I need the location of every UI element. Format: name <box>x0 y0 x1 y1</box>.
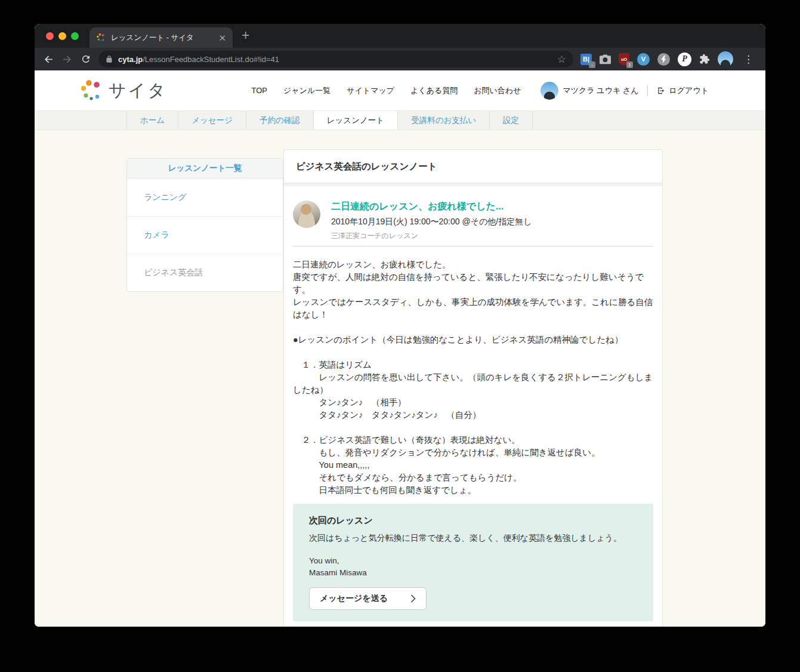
extension-b-badge: - <box>589 61 595 68</box>
forward-button[interactable] <box>58 50 76 69</box>
url-path: /LessonFeedbackStudentList.do#!id=41 <box>143 55 279 64</box>
signoff-line-2: Masami Misawa <box>309 567 637 579</box>
next-lesson-heading: 次回のレッスン <box>309 515 637 526</box>
lightning-extension-icon[interactable] <box>657 53 670 66</box>
refresh-button[interactable] <box>76 50 95 69</box>
tab-settings[interactable]: 設定 <box>490 111 533 130</box>
lesson-note-sidebar: レッスンノート一覧 ランニング カメラ ビジネス英会話 <box>126 158 283 292</box>
lesson-coach: 三澤正実コーチのレッスン <box>331 231 532 241</box>
site-tab-nav: ホーム メッセージ 予約の確認 レッスンノート 受講料のお支払い 設定 <box>35 110 765 130</box>
lesson-note-body: 二日連続のレッスン、お疲れ様でした。 唐突ですが、人間は絶対の自信を持っていると… <box>284 246 662 497</box>
lesson-title-link[interactable]: 二日連続のレッスン、お疲れ様でした... <box>331 201 532 213</box>
nav-contact[interactable]: お問い合わせ <box>474 85 521 96</box>
browser-menu-icon[interactable]: ⋮ <box>741 53 756 66</box>
cyta-logo-text: サイタ <box>109 79 167 103</box>
back-button[interactable] <box>39 50 58 69</box>
next-lesson-text: 次回はちょっと気分転換に日常で使える、楽しく、便利な英語を勉強しましょう。 <box>309 532 637 544</box>
tab-messages[interactable]: メッセージ <box>178 111 246 130</box>
user-avatar <box>540 82 558 100</box>
next-lesson-box: 次回のレッスン 次回はちょっと気分転換に日常で使える、楽しく、便利な英語を勉強し… <box>293 504 653 621</box>
close-window-button[interactable] <box>46 32 54 40</box>
v-extension-icon[interactable]: V <box>637 53 650 66</box>
site-header: サイタ TOP ジャンル一覧 サイトマップ よくある質問 お問い合わせ マツクラ… <box>35 70 765 110</box>
extensions-puzzle-icon[interactable] <box>699 54 710 64</box>
header-divider <box>647 85 648 96</box>
tab-home[interactable]: ホーム <box>126 111 178 130</box>
maximize-window-button[interactable] <box>71 32 79 40</box>
signoff-line-1: You win, <box>309 555 637 567</box>
ublock-extension-icon[interactable]: uO 1 <box>619 53 629 65</box>
browser-profile-avatar[interactable] <box>718 51 733 67</box>
tab-close-icon[interactable]: ✕ <box>218 33 226 42</box>
site-top-nav: TOP ジャンル一覧 サイトマップ よくある質問 お問い合わせ <box>252 85 521 96</box>
window-controls <box>46 32 79 40</box>
cyta-logo-dots-icon <box>79 79 103 103</box>
lesson-entry-info: 二日連続のレッスン、お疲れ様でした... 2010年10月19日(火) 19:0… <box>331 201 532 241</box>
browser-toolbar: cyta.jp/LessonFeedbackStudentList.do#!id… <box>35 48 765 70</box>
user-name: マツクラ ユウキ さん <box>563 85 639 96</box>
sidebar-item-running[interactable]: ランニング <box>127 178 283 216</box>
lock-icon <box>106 55 113 63</box>
address-bar[interactable]: cyta.jp/LessonFeedbackStudentList.do#!id… <box>98 51 573 67</box>
browser-tab[interactable]: レッスンノート - サイタ ✕ <box>89 27 233 48</box>
screenshot-backdrop: レッスンノート - サイタ ✕ + cyta.jp/LessonFeedback… <box>0 0 800 672</box>
ublock-badge: 1 <box>626 61 633 68</box>
extension-b-icon[interactable]: B| - <box>580 54 592 65</box>
nav-sitemap[interactable]: サイトマップ <box>347 85 394 96</box>
tab-lesson-notes[interactable]: レッスンノート <box>314 111 398 130</box>
send-message-label: メッセージを送る <box>320 593 388 604</box>
camera-extension-icon[interactable] <box>600 54 611 64</box>
browser-window: レッスンノート - サイタ ✕ + cyta.jp/LessonFeedback… <box>35 24 765 627</box>
extension-icons: B| - uO 1 V P <box>577 51 761 67</box>
logout-icon <box>657 87 665 95</box>
minimize-window-button[interactable] <box>58 32 66 40</box>
lesson-datetime: 2010年10月19日(火) 19:00〜20:00 @その他/指定無し <box>331 217 532 227</box>
bookmark-star-icon[interactable]: ☆ <box>557 54 566 64</box>
new-tab-button[interactable]: + <box>242 29 249 42</box>
coach-avatar[interactable] <box>293 201 320 228</box>
favicon-cyta-icon <box>96 33 106 42</box>
lesson-entry-header: 二日連続のレッスン、お疲れ様でした... 2010年10月19日(火) 19:0… <box>284 186 662 241</box>
logout-link[interactable]: ログアウト <box>657 85 709 96</box>
browser-tab-strip: レッスンノート - サイタ ✕ + <box>35 24 765 48</box>
signoff: You win, Masami Misawa <box>309 555 637 578</box>
url-text: cyta.jp/LessonFeedbackStudentList.do#!id… <box>118 55 552 64</box>
logout-label: ログアウト <box>669 85 709 96</box>
panel-title: ビジネス英会話のレッスンノート <box>284 150 662 183</box>
sidebar-title: レッスンノート一覧 <box>127 159 283 178</box>
nav-faq[interactable]: よくある質問 <box>410 85 458 96</box>
tab-title: レッスンノート - サイタ <box>111 33 213 43</box>
tab-tuition-payment[interactable]: 受講料のお支払い <box>398 111 490 130</box>
chevron-right-icon <box>410 594 416 603</box>
url-domain: cyta.jp <box>118 55 143 64</box>
send-message-button[interactable]: メッセージを送る <box>309 587 427 610</box>
page-content: レッスンノート一覧 ランニング カメラ ビジネス英会話 ビジネス英会話のレッスン… <box>35 130 765 627</box>
lesson-note-panel: ビジネス英会話のレッスンノート 二日連続のレッスン、お疲れ様でした... 201… <box>283 149 663 627</box>
user-block[interactable]: マツクラ ユウキ さん <box>540 82 639 100</box>
tab-reservation-check[interactable]: 予約の確認 <box>246 111 314 130</box>
sidebar-item-business-english[interactable]: ビジネス英会話 <box>127 254 283 291</box>
sidebar-item-camera[interactable]: カメラ <box>127 216 283 254</box>
pinterest-extension-icon[interactable]: P <box>678 53 691 66</box>
nav-top[interactable]: TOP <box>252 86 268 95</box>
nav-genre-list[interactable]: ジャンル一覧 <box>283 85 330 96</box>
cyta-logo[interactable]: サイタ <box>79 79 167 103</box>
